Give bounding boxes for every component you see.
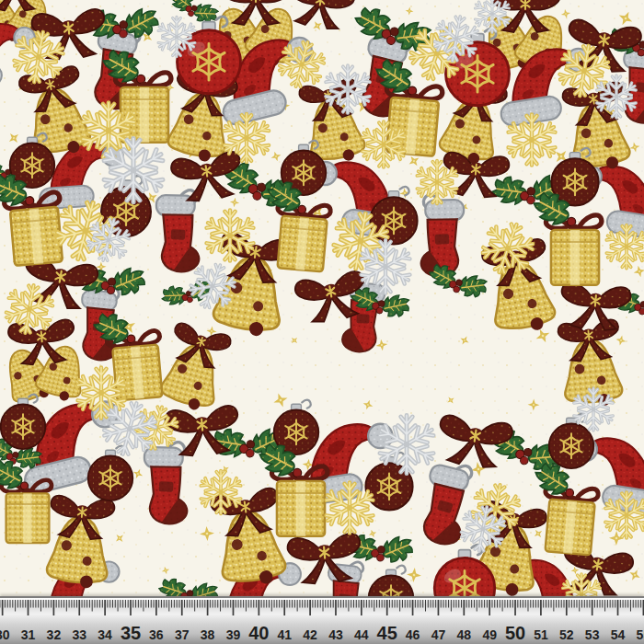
ruler-number: 32 — [47, 627, 62, 642]
ruler-number: 38 — [201, 627, 215, 642]
ruler-number: 51 — [534, 627, 548, 642]
silver-snowflake — [377, 415, 436, 473]
ruler-number: 36 — [149, 627, 164, 642]
silver-snowflake — [359, 240, 412, 293]
gold-snowflake — [204, 210, 256, 260]
silver-snowflake — [101, 139, 166, 202]
silver-snowflake — [572, 388, 615, 431]
ruler-scale: 3031323334353637383940414243444546474849… — [0, 598, 644, 644]
gold-snowflake — [75, 367, 127, 418]
fabric-photo: 3031323334353637383940414243444546474849… — [0, 0, 644, 644]
gold-snowflake — [324, 482, 375, 533]
ruler-number: 30 — [0, 627, 10, 642]
ruler-number: 49 — [482, 627, 497, 642]
ruler-number: 42 — [303, 627, 317, 642]
silver-snowflake — [324, 65, 373, 113]
ruler-number: 53 — [585, 627, 600, 642]
ruler-number: 35 — [121, 623, 141, 643]
silver-snowflake — [156, 17, 197, 56]
ruler-top-edge — [0, 598, 644, 600]
ruler-number: 55 — [637, 627, 644, 642]
ruler-number: 48 — [457, 627, 472, 642]
ruler-number: 54 — [611, 627, 626, 642]
fabric-pattern — [0, 0, 644, 644]
ruler-number: 31 — [21, 627, 36, 642]
silver-snowflake — [595, 75, 638, 118]
ruler-number: 40 — [248, 623, 269, 643]
ruler-number: 46 — [406, 627, 420, 642]
gold-snowflake — [199, 471, 243, 514]
ruler-number: 41 — [277, 627, 292, 642]
ruler-number: 50 — [505, 623, 525, 643]
gold-snowflake — [222, 114, 270, 162]
gold-snowflake — [415, 161, 459, 204]
ruler-number: 45 — [377, 623, 397, 643]
ruler-number: 47 — [431, 627, 446, 642]
ruler-number: 34 — [98, 627, 112, 642]
ruler-number: 37 — [175, 627, 190, 642]
ruler-number: 33 — [72, 627, 86, 642]
ruler-number: 39 — [226, 627, 241, 642]
gold-snowflake — [506, 114, 558, 165]
ruler: 3031323334353637383940414243444546474849… — [0, 596, 644, 644]
ruler-number: 44 — [354, 627, 369, 642]
gold-snowflake — [361, 121, 407, 167]
ruler-number: 43 — [328, 627, 343, 642]
ruler-number: 52 — [559, 627, 574, 642]
